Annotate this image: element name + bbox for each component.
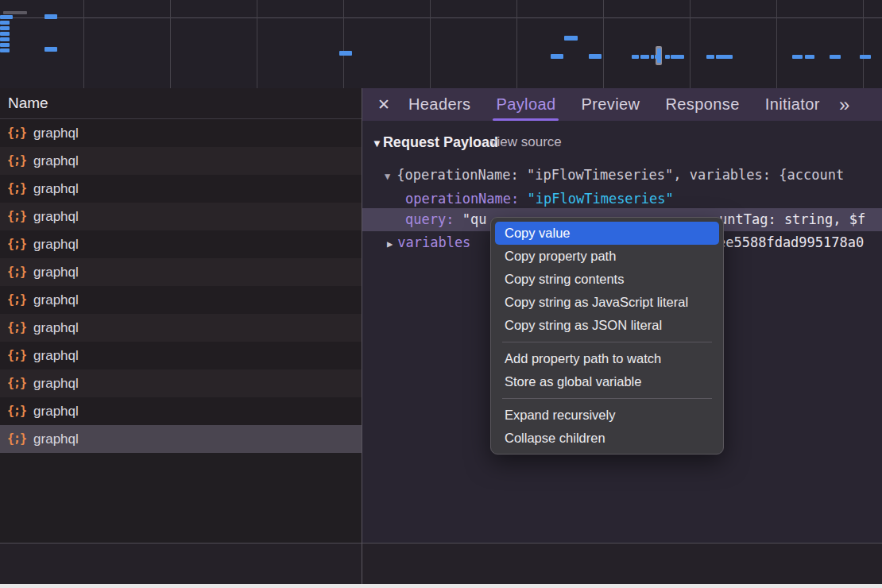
waterfall-bar	[792, 55, 803, 59]
menu-item-copy-string-as-javascript-literal[interactable]: Copy string as JavaScript literal	[495, 291, 719, 314]
overview-horizontal-gridline	[0, 17, 882, 18]
disclosure-triangle-icon[interactable]: ▼	[385, 171, 390, 182]
overview-gridline	[170, 0, 171, 88]
overflow-tabs-icon[interactable]: »	[839, 94, 849, 116]
overview-gridline	[83, 0, 84, 88]
json-icon: {;}	[7, 286, 26, 314]
menu-item-copy-string-as-json-literal[interactable]: Copy string as JSON literal	[495, 314, 719, 337]
waterfall-bar	[564, 36, 578, 41]
network-table-footer	[0, 544, 882, 584]
menu-separator	[502, 342, 712, 342]
property-value: "qu	[462, 211, 487, 227]
waterfall-bar	[0, 21, 10, 25]
request-row[interactable]: {;}graphql	[0, 425, 362, 453]
property-key: variables	[397, 234, 470, 250]
request-list: {;}graphql{;}graphql{;}graphql{;}graphql…	[0, 119, 362, 453]
context-menu: Copy valueCopy property pathCopy string …	[490, 217, 724, 455]
name-column-header[interactable]: Name	[0, 88, 362, 119]
request-name: graphql	[33, 342, 79, 369]
request-row[interactable]: {;}graphql	[0, 175, 362, 203]
inspector-tabs: HeadersPayloadPreviewResponseInitiator	[396, 88, 833, 121]
request-row[interactable]: {;}graphql	[0, 314, 362, 342]
overview-gridline	[516, 0, 517, 88]
json-icon: {;}	[7, 230, 26, 258]
waterfall-bar	[0, 43, 10, 47]
disclosure-triangle-icon[interactable]: ▼	[372, 137, 382, 149]
json-icon: {;}	[7, 175, 26, 203]
request-row[interactable]: {;}graphql	[0, 258, 362, 286]
waterfall-bar	[860, 55, 871, 59]
tab-preview[interactable]: Preview	[568, 88, 652, 121]
request-row[interactable]: {;}graphql	[0, 369, 362, 397]
overview-gridline	[863, 0, 864, 88]
payload-row-operationname[interactable]: operationName: "ipFlowTimeseries"	[405, 188, 674, 209]
request-row[interactable]: {;}graphql	[0, 286, 362, 314]
view-source-link[interactable]: view source	[490, 132, 562, 153]
expand-triangle-icon[interactable]: ▶	[387, 238, 393, 250]
waterfall-bar	[44, 14, 57, 19]
overview-gridline	[603, 0, 604, 88]
property-key: operationName:	[405, 191, 519, 207]
payload-row-variables[interactable]: ▶variables	[387, 231, 470, 254]
tab-payload[interactable]: Payload	[483, 88, 568, 121]
tab-response[interactable]: Response	[652, 88, 752, 121]
request-name: graphql	[33, 175, 79, 203]
request-row[interactable]: {;}graphql	[0, 230, 362, 258]
request-name: graphql	[33, 119, 79, 147]
waterfall-bar	[706, 55, 714, 59]
waterfall-bar	[632, 55, 639, 59]
waterfall-bar	[830, 55, 841, 59]
tab-headers[interactable]: Headers	[396, 88, 483, 121]
menu-item-expand-recursively[interactable]: Expand recursively	[495, 404, 719, 427]
json-icon: {;}	[7, 147, 26, 175]
payload-preview-text: {operationName: "ipFlowTimeseries", vari…	[397, 167, 844, 183]
close-icon[interactable]: ✕	[372, 95, 396, 114]
waterfall-bar	[805, 55, 814, 59]
waterfall-bar	[0, 15, 13, 19]
request-name: graphql	[33, 397, 79, 425]
payload-preview-line[interactable]: ▼{operationName: "ipFlowTimeseries", var…	[385, 164, 844, 185]
waterfall-bar	[44, 47, 57, 52]
request-name: graphql	[33, 147, 79, 175]
json-icon: {;}	[7, 314, 26, 342]
menu-item-collapse-children[interactable]: Collapse children	[495, 427, 719, 450]
payload-variables-text-tail: ee5588fdad995178a0	[718, 231, 864, 254]
payload-row-query[interactable]: query: "qu	[405, 208, 486, 231]
request-payload-section[interactable]: ▼Request Payload	[372, 132, 498, 153]
request-name: graphql	[33, 314, 79, 342]
tab-initiator[interactable]: Initiator	[752, 88, 833, 121]
waterfall-bar	[665, 55, 670, 59]
request-name: graphql	[33, 369, 79, 397]
menu-item-copy-property-path[interactable]: Copy property path	[495, 245, 719, 268]
waterfall-bar	[339, 51, 352, 56]
request-row[interactable]: {;}graphql	[0, 203, 362, 230]
request-row[interactable]: {;}graphql	[0, 342, 362, 369]
overview-gridline	[257, 0, 257, 88]
panel-divider-handle[interactable]	[362, 88, 362, 584]
json-icon: {;}	[7, 119, 26, 147]
waterfall-bar	[651, 55, 654, 59]
table-footer-separator	[0, 543, 882, 544]
waterfall-bar	[716, 55, 733, 59]
json-icon: {;}	[7, 369, 26, 397]
menu-item-copy-string-contents[interactable]: Copy string contents	[495, 268, 719, 291]
waterfall-bar	[0, 32, 10, 36]
overview-gridline	[430, 0, 431, 88]
waterfall-bar	[657, 48, 661, 63]
menu-item-store-as-global-variable[interactable]: Store as global variable	[495, 370, 719, 393]
waterfall-bar	[551, 54, 563, 59]
network-overview-timeline[interactable]	[0, 0, 882, 89]
json-icon: {;}	[7, 258, 26, 286]
menu-item-add-property-path-to-watch[interactable]: Add property path to watch	[495, 347, 719, 370]
request-name: graphql	[33, 258, 79, 286]
payload-query-text-tail: untTag: string, $f	[719, 208, 865, 231]
request-payload-title: Request Payload	[383, 134, 498, 150]
details-tab-bar: ✕ HeadersPayloadPreviewResponseInitiator…	[362, 88, 882, 121]
request-row[interactable]: {;}graphql	[0, 397, 362, 425]
request-row[interactable]: {;}graphql	[0, 147, 362, 175]
requests-panel: Name {;}graphql{;}graphql{;}graphql{;}gr…	[0, 88, 362, 544]
request-row[interactable]: {;}graphql	[0, 119, 362, 147]
json-icon: {;}	[7, 203, 26, 230]
request-name: graphql	[33, 203, 79, 230]
menu-item-copy-value[interactable]: Copy value	[495, 222, 719, 245]
